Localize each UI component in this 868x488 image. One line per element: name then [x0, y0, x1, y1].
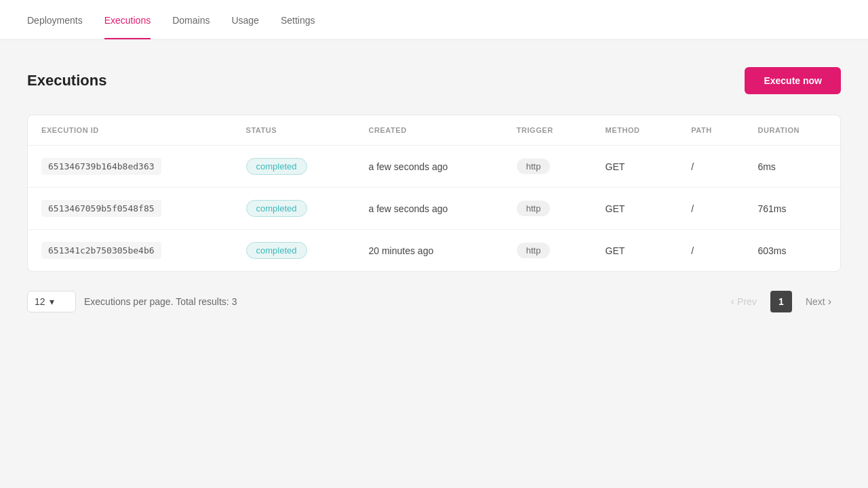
executions-table-container: EXECUTION ID STATUS CREATED TRIGGER METH… [27, 115, 841, 272]
page-header: Executions Execute now [27, 67, 841, 94]
cell-status: completed [233, 146, 355, 188]
col-duration: DURATION [744, 115, 840, 146]
status-badge: completed [246, 158, 307, 175]
tab-deployments[interactable]: Deployments [27, 0, 83, 39]
cell-created: a few seconds ago [355, 188, 503, 230]
chevron-down-icon: ▾ [50, 296, 54, 307]
trigger-badge: http [517, 159, 551, 174]
cell-method: GET [592, 188, 678, 230]
cell-trigger: http [503, 146, 592, 188]
main-content: Executions Execute now EXECUTION ID STAT… [0, 40, 868, 340]
cell-trigger: http [503, 188, 592, 230]
next-button[interactable]: Next › [796, 291, 841, 312]
prev-button[interactable]: ‹ Prev [722, 291, 766, 312]
table-row[interactable]: 6513467059b5f0548f85 completed a few sec… [28, 188, 840, 230]
cell-duration: 761ms [744, 188, 840, 230]
cell-method: GET [592, 230, 678, 272]
per-page-select[interactable]: 12 ▾ [27, 291, 76, 312]
cell-path: / [677, 188, 744, 230]
chevron-left-icon: ‹ [731, 296, 734, 308]
trigger-badge: http [517, 201, 551, 216]
col-execution-id: EXECUTION ID [28, 115, 233, 146]
cell-execution-id: 6513467059b5f0548f85 [28, 188, 233, 230]
current-page-number: 1 [770, 291, 792, 312]
table-row[interactable]: 651341c2b750305be4b6 completed 20 minute… [28, 230, 840, 272]
cell-created: 20 minutes ago [355, 230, 503, 272]
cell-status: completed [233, 188, 355, 230]
col-created: CREATED [355, 115, 503, 146]
execution-id-badge: 6513467059b5f0548f85 [41, 200, 161, 217]
tab-domains[interactable]: Domains [172, 0, 210, 39]
cell-execution-id: 651341c2b750305be4b6 [28, 230, 233, 272]
cell-status: completed [233, 230, 355, 272]
cell-created: a few seconds ago [355, 146, 503, 188]
col-method: METHOD [592, 115, 678, 146]
cell-duration: 6ms [744, 146, 840, 188]
col-status: STATUS [233, 115, 355, 146]
pagination-left: 12 ▾ Executions per page. Total results:… [27, 291, 237, 312]
execution-id-badge: 651346739b164b8ed363 [41, 158, 161, 175]
executions-table: EXECUTION ID STATUS CREATED TRIGGER METH… [28, 115, 840, 271]
per-page-value: 12 [35, 296, 45, 307]
pagination-row: 12 ▾ Executions per page. Total results:… [27, 291, 841, 312]
chevron-right-icon: › [828, 296, 831, 308]
execution-id-badge: 651341c2b750305be4b6 [41, 242, 161, 259]
cell-path: / [677, 146, 744, 188]
table-row[interactable]: 651346739b164b8ed363 completed a few sec… [28, 146, 840, 188]
cell-method: GET [592, 146, 678, 188]
cell-execution-id: 651346739b164b8ed363 [28, 146, 233, 188]
table-header-row: EXECUTION ID STATUS CREATED TRIGGER METH… [28, 115, 840, 146]
tab-usage[interactable]: Usage [231, 0, 258, 39]
top-navigation: Deployments Executions Domains Usage Set… [0, 0, 868, 40]
status-badge: completed [246, 200, 307, 217]
page-title: Executions [27, 72, 106, 89]
cell-trigger: http [503, 230, 592, 272]
trigger-badge: http [517, 243, 551, 258]
pagination-description: Executions per page. Total results: 3 [84, 296, 237, 307]
tab-settings[interactable]: Settings [281, 0, 315, 39]
col-path: PATH [677, 115, 744, 146]
prev-label: Prev [737, 296, 757, 307]
pagination-right: ‹ Prev 1 Next › [722, 291, 841, 312]
status-badge: completed [246, 242, 307, 259]
cell-path: / [677, 230, 744, 272]
col-trigger: TRIGGER [503, 115, 592, 146]
nav-tabs: Deployments Executions Domains Usage Set… [27, 0, 841, 39]
execute-now-button[interactable]: Execute now [745, 67, 841, 94]
tab-executions[interactable]: Executions [104, 0, 151, 39]
cell-duration: 603ms [744, 230, 840, 272]
next-label: Next [806, 296, 825, 307]
